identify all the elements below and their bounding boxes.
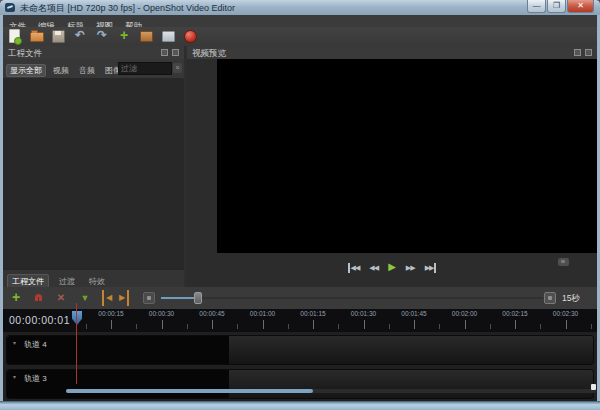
track-3: ▾ 轨道 3 <box>6 369 594 399</box>
zoom-scale-label: 15秒 <box>562 293 580 305</box>
play-button[interactable]: ▶ <box>388 262 396 272</box>
minimize-button[interactable]: — <box>527 0 546 13</box>
video-canvas[interactable] <box>217 59 597 253</box>
vertical-scrollbar-thumb[interactable] <box>591 384 596 390</box>
playhead-marker[interactable] <box>72 311 82 325</box>
open-project-icon[interactable] <box>28 28 44 44</box>
previous-marker-icon[interactable]: ◀ <box>99 290 115 306</box>
window-title: 未命名项目 [HD 720p 30 fps] - OpenShot Video … <box>20 2 235 15</box>
zoom-slider-fill <box>161 297 197 299</box>
jump-to-end-button[interactable]: ▶▶ <box>425 263 437 273</box>
zoom-out-icon[interactable] <box>143 292 155 304</box>
new-project-icon[interactable] <box>6 28 22 44</box>
maximize-icon: ❐ <box>548 0 565 11</box>
minimize-icon: — <box>528 0 545 11</box>
window-border-bottom <box>0 401 600 410</box>
filter-tab-video[interactable]: 视频 <box>50 64 72 77</box>
fast-forward-button[interactable]: ▶▶ <box>406 263 415 273</box>
zoom-slider[interactable] <box>161 297 543 299</box>
playback-controls: ◀◀◀◀▶▶▶▶▶ <box>187 253 597 287</box>
jump-to-start-button[interactable]: ◀◀ <box>348 263 360 273</box>
zoom-slider-handle[interactable] <box>194 292 202 304</box>
clear-filter-icon[interactable]: × <box>173 63 182 73</box>
add-track-icon[interactable]: + <box>8 290 24 306</box>
timeline-ruler[interactable]: 00:00:00:01 00:00:1500:00:3000:00:4500:0… <box>3 309 597 333</box>
project-files-panel: 工程文件 显示全部视频音频图像 × 工程文件过渡特效 <box>3 46 184 287</box>
import-files-icon[interactable]: + <box>116 28 132 44</box>
dock-tabs: 工程文件过渡特效 <box>3 269 184 288</box>
float-panel-icon[interactable] <box>161 49 168 56</box>
filter-tab-audio[interactable]: 音频 <box>76 64 98 77</box>
close-panel-icon[interactable] <box>585 49 592 56</box>
zoom-in-icon[interactable] <box>544 292 556 304</box>
snapping-icon[interactable] <box>32 290 48 306</box>
media-filter-row: 显示全部视频音频图像 × <box>3 59 184 79</box>
next-marker-icon[interactable]: ▶ <box>116 290 132 306</box>
preview-option-icon[interactable] <box>558 258 569 266</box>
openshot-window: 未命名项目 [HD 720p 30 fps] - OpenShot Video … <box>0 0 600 410</box>
close-panel-icon[interactable] <box>172 49 179 56</box>
filter-input[interactable] <box>118 62 172 75</box>
filter-tab-show-all[interactable]: 显示全部 <box>6 64 46 77</box>
redo-icon[interactable]: ↷ <box>94 28 110 44</box>
undo-icon[interactable]: ↶ <box>72 28 88 44</box>
horizontal-scrollbar[interactable] <box>66 389 596 393</box>
project-files-list[interactable] <box>3 78 184 269</box>
choose-profile-icon[interactable] <box>138 28 154 44</box>
close-icon: ✕ <box>568 0 593 11</box>
horizontal-scrollbar-thumb[interactable] <box>66 389 313 393</box>
playhead-line <box>76 303 77 384</box>
export-video-icon[interactable] <box>182 28 198 44</box>
media-filter-tabs: 显示全部视频音频图像 <box>3 59 125 76</box>
add-marker-icon[interactable]: ▼ <box>77 290 93 306</box>
razor-icon[interactable]: ✕ <box>53 290 69 306</box>
main-toolbar: ↶↷+ <box>3 27 597 47</box>
maximize-button[interactable]: ❐ <box>547 0 566 13</box>
preview-area <box>187 59 597 253</box>
track-4: ▾ 轨道 4 <box>6 335 594 365</box>
fullscreen-icon[interactable] <box>160 28 176 44</box>
current-time: 00:00:00:01 <box>9 314 70 326</box>
save-project-icon[interactable] <box>50 28 66 44</box>
tracks-area[interactable]: ▾ 轨道 4 ▾ 轨道 3 <box>3 332 597 401</box>
float-panel-icon[interactable] <box>574 49 581 56</box>
project-files-header: 工程文件 <box>3 46 184 60</box>
video-preview-panel: 视频预览 ◀◀◀◀▶▶▶▶▶ <box>187 46 597 287</box>
rewind-button[interactable]: ◀◀ <box>369 263 378 273</box>
title-bar[interactable]: 未命名项目 [HD 720p 30 fps] - OpenShot Video … <box>0 0 600 16</box>
timeline-panel: +✕▼◀▶ 15秒 00:00:00:01 00:00:1500:00:3000… <box>3 287 597 401</box>
close-button[interactable]: ✕ <box>567 0 594 13</box>
video-preview-header: 视频预览 <box>187 46 597 60</box>
timeline-toolbar: +✕▼◀▶ 15秒 <box>3 287 597 310</box>
openshot-logo-icon <box>5 3 15 12</box>
